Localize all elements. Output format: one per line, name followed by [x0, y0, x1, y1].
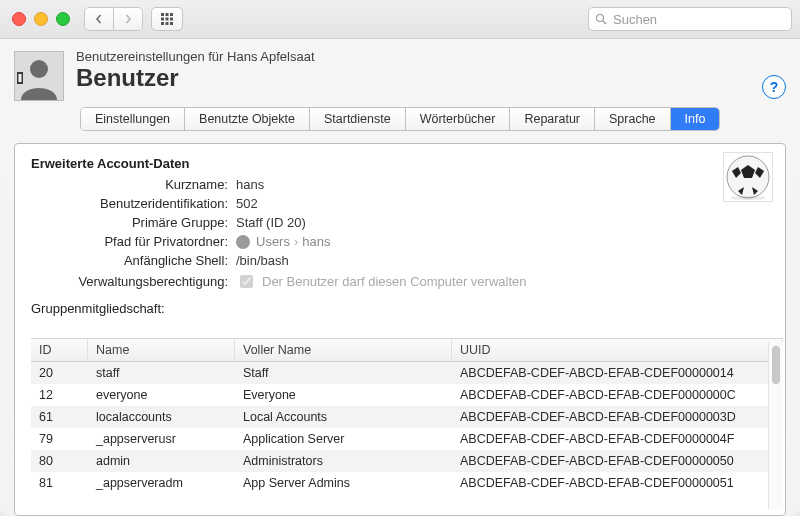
table-row[interactable]: 80adminAdministratorsABCDEFAB-CDEF-ABCD-…	[31, 450, 783, 472]
svg-rect-14	[19, 74, 22, 82]
scrollbar[interactable]	[768, 342, 783, 509]
label-primary-group: Primäre Gruppe:	[31, 215, 236, 230]
table-row[interactable]: 81_appserveradmApp Server AdminsABCDEFAB…	[31, 472, 783, 494]
search-field[interactable]	[588, 7, 792, 31]
cell-full: Application Server	[235, 428, 452, 450]
col-uuid[interactable]: UUID	[452, 339, 783, 362]
header: Benutzereinstellungen für Hans Apfelsaat…	[0, 39, 800, 101]
svg-rect-5	[170, 18, 173, 21]
cell-id: 80	[31, 450, 88, 472]
table-header-row: ID Name Voller Name UUID	[31, 339, 783, 362]
show-all-button[interactable]	[151, 7, 183, 31]
chevron-right-icon: ›	[290, 234, 302, 249]
group-membership-title: Gruppenmitgliedschaft:	[31, 301, 785, 316]
account-details: Kurzname: hans Benutzeridentifikation: 5…	[31, 177, 769, 291]
label-uid: Benutzeridentifikation:	[31, 196, 236, 211]
cell-id: 79	[31, 428, 88, 450]
label-home-path: Pfad für Privatordner:	[31, 234, 236, 249]
col-full[interactable]: Voller Name	[235, 339, 452, 362]
tab-benutzte-objekte[interactable]: Benutzte Objekte	[185, 108, 310, 130]
cell-uuid: ABCDEFAB-CDEF-ABCD-EFAB-CDEF0000004F	[452, 428, 783, 450]
value-home-path: Users › hans	[236, 234, 769, 249]
content-panel: Erweiterte Account-Daten Kurzname: hans …	[14, 143, 786, 516]
scrollbar-thumb[interactable]	[772, 346, 780, 384]
search-input[interactable]	[611, 11, 765, 28]
label-admin: Verwaltungsberechtigung:	[31, 274, 236, 289]
cell-full: Administrators	[235, 450, 452, 472]
help-button[interactable]: ?	[762, 75, 786, 99]
svg-rect-4	[166, 18, 169, 21]
prefs-window: Benutzereinstellungen für Hans Apfelsaat…	[0, 0, 800, 516]
svg-rect-7	[166, 22, 169, 25]
header-subtitle: Benutzereinstellungen für Hans Apfelsaat	[76, 49, 315, 64]
breadcrumb-seg-2: hans	[302, 234, 330, 249]
cell-full: Everyone	[235, 384, 452, 406]
cell-name: admin	[88, 450, 235, 472]
svg-rect-3	[161, 18, 164, 21]
section-title: Erweiterte Account-Daten	[31, 156, 769, 171]
label-kurzname: Kurzname:	[31, 177, 236, 192]
cell-name: _appserverusr	[88, 428, 235, 450]
col-name[interactable]: Name	[88, 339, 235, 362]
cell-uuid: ABCDEFAB-CDEF-ABCD-EFAB-CDEF0000000C	[452, 384, 783, 406]
user-picture-icon	[723, 152, 773, 202]
svg-point-12	[30, 60, 48, 78]
value-admin: Der Benutzer darf diesen Computer verwal…	[236, 272, 769, 291]
cell-full: Staff	[235, 362, 452, 385]
tab-reparatur[interactable]: Reparatur	[510, 108, 595, 130]
cell-name: everyone	[88, 384, 235, 406]
breadcrumb-seg-1: Users	[256, 234, 290, 249]
cell-id: 20	[31, 362, 88, 385]
back-button[interactable]	[84, 7, 114, 31]
table-row[interactable]: 61localaccountsLocal AccountsABCDEFAB-CD…	[31, 406, 783, 428]
tab-einstellungen[interactable]: Einstellungen	[81, 108, 185, 130]
svg-rect-1	[166, 13, 169, 16]
tab-sprache[interactable]: Sprache	[595, 108, 671, 130]
tab-startdienste[interactable]: Startdienste	[310, 108, 406, 130]
admin-checkbox	[240, 275, 253, 288]
page-title: Benutzer	[76, 64, 315, 92]
cell-full: Local Accounts	[235, 406, 452, 428]
header-texts: Benutzereinstellungen für Hans Apfelsaat…	[76, 49, 315, 92]
svg-rect-8	[170, 22, 173, 25]
label-shell: Anfängliche Shell:	[31, 253, 236, 268]
disk-icon	[236, 235, 250, 249]
svg-point-9	[597, 15, 604, 22]
cell-name: staff	[88, 362, 235, 385]
window-controls	[12, 12, 70, 26]
cell-id: 12	[31, 384, 88, 406]
value-kurzname: hans	[236, 177, 769, 192]
cell-uuid: ABCDEFAB-CDEF-ABCD-EFAB-CDEF00000014	[452, 362, 783, 385]
groups-table: ID Name Voller Name UUID 20staffStaffABC…	[31, 338, 783, 513]
cell-full: App Server Admins	[235, 472, 452, 494]
value-primary-group: Staff (ID 20)	[236, 215, 769, 230]
cell-uuid: ABCDEFAB-CDEF-ABCD-EFAB-CDEF00000050	[452, 450, 783, 472]
table-row[interactable]: 79_appserverusrApplication ServerABCDEFA…	[31, 428, 783, 450]
cell-id: 61	[31, 406, 88, 428]
cell-uuid: ABCDEFAB-CDEF-ABCD-EFAB-CDEF00000051	[452, 472, 783, 494]
user-avatar-icon	[14, 51, 64, 101]
svg-line-10	[603, 21, 606, 24]
tab-bar: Einstellungen Benutzte Objekte Startdien…	[80, 107, 720, 131]
cell-name: _appserveradm	[88, 472, 235, 494]
admin-text: Der Benutzer darf diesen Computer verwal…	[262, 274, 526, 289]
table-row[interactable]: 20staffStaffABCDEFAB-CDEF-ABCD-EFAB-CDEF…	[31, 362, 783, 385]
nav-buttons	[84, 7, 143, 31]
tab-woerterbuecher[interactable]: Wörterbücher	[406, 108, 511, 130]
value-shell: /bin/bash	[236, 253, 769, 268]
svg-rect-6	[161, 22, 164, 25]
cell-name: localaccounts	[88, 406, 235, 428]
cell-id: 81	[31, 472, 88, 494]
table-row[interactable]: 12everyoneEveryoneABCDEFAB-CDEF-ABCD-EFA…	[31, 384, 783, 406]
forward-button[interactable]	[114, 7, 143, 31]
close-window-button[interactable]	[12, 12, 26, 26]
zoom-window-button[interactable]	[56, 12, 70, 26]
col-id[interactable]: ID	[31, 339, 88, 362]
cell-uuid: ABCDEFAB-CDEF-ABCD-EFAB-CDEF0000003D	[452, 406, 783, 428]
minimize-window-button[interactable]	[34, 12, 48, 26]
value-uid: 502	[236, 196, 769, 211]
svg-rect-0	[161, 13, 164, 16]
search-icon	[595, 13, 607, 25]
tab-info[interactable]: Info	[671, 108, 720, 130]
titlebar	[0, 0, 800, 39]
